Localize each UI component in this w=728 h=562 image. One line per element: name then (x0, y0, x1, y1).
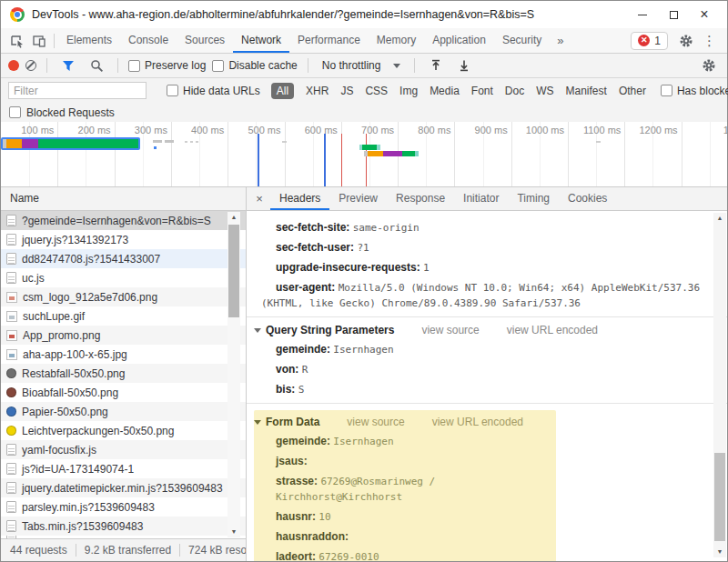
filter-input[interactable] (8, 82, 147, 99)
network-overview-timeline[interactable]: 100 ms200 ms300 ms400 ms500 ms600 ms700 … (1, 122, 727, 187)
request-row[interactable]: ?gemeinde=Isernhagen&von=R&bis=S (1, 211, 246, 230)
has-blocked-cookies-label: Has blocked cookies (677, 85, 728, 97)
filter-type-all[interactable]: All (271, 83, 294, 99)
clear-icon[interactable] (25, 60, 36, 71)
filter-type-media[interactable]: Media (430, 85, 460, 97)
request-row[interactable]: Tabs.min.js?1539609483 (1, 517, 246, 536)
tab-security[interactable]: Security (494, 28, 550, 53)
filter-type-css[interactable]: CSS (365, 85, 388, 97)
request-row[interactable] (1, 536, 246, 538)
request-row[interactable]: suchLupe.gif (1, 306, 246, 326)
param-value: R (302, 364, 308, 376)
request-row[interactable]: Bioabfall-50x50.png (1, 383, 246, 402)
tab-sources[interactable]: Sources (177, 28, 233, 53)
request-row[interactable]: uc.js (1, 268, 246, 287)
preserve-log-label: Preserve log (145, 59, 206, 72)
minimize-button[interactable] (627, 3, 658, 26)
request-row[interactable]: Restabfall-50x50.png (1, 364, 246, 383)
error-icon: ✕ (638, 35, 650, 46)
param-name: gemeinde: (276, 343, 333, 356)
detail-tab-timing[interactable]: Timing (508, 187, 559, 210)
filter-type-doc[interactable]: Doc (505, 85, 524, 97)
status-item: 724 kB resou (188, 544, 246, 557)
request-row[interactable]: jquery.js?1341392173 (1, 230, 246, 249)
file-script-icon (6, 253, 16, 265)
tab-memory[interactable]: Memory (369, 28, 424, 53)
request-row[interactable]: jquery.datetimepicker.min.js?1539609483 (1, 478, 246, 497)
form-data-section: Form Data view source view URL encoded g… (254, 410, 556, 561)
name-column-header[interactable]: Name (1, 187, 246, 211)
filter-toggle-button[interactable] (57, 55, 79, 76)
tab-console[interactable]: Console (120, 28, 177, 53)
scroll-up-icon[interactable]: ▲ (713, 213, 726, 224)
error-count-button[interactable]: ✕ 1 (631, 32, 668, 50)
filter-type-xhr[interactable]: XHR (306, 85, 329, 97)
detail-tab-cookies[interactable]: Cookies (559, 187, 616, 210)
more-tabs-button[interactable]: » (550, 34, 571, 47)
request-row[interactable]: yaml-focusfix.js (1, 440, 246, 459)
inspect-element-button[interactable] (6, 30, 28, 52)
tab-application[interactable]: Application (424, 28, 494, 53)
record-button[interactable] (8, 60, 19, 71)
search-button[interactable] (86, 55, 107, 76)
export-har-button[interactable] (453, 55, 475, 76)
detail-tab-preview[interactable]: Preview (329, 187, 387, 210)
close-button[interactable]: × (689, 3, 720, 26)
settings-button[interactable] (675, 30, 697, 52)
request-row[interactable]: Leichtverpackungen-50x50.png (1, 421, 246, 440)
tab-performance[interactable]: Performance (289, 28, 369, 53)
kebab-menu-button[interactable]: ⋮ (697, 33, 722, 49)
network-settings-button[interactable] (698, 55, 720, 76)
blocked-requests-checkbox[interactable] (9, 106, 21, 118)
device-toolbar-button[interactable] (28, 30, 50, 52)
maximize-button[interactable] (658, 3, 689, 26)
request-row[interactable]: aha-app-100-x-65.jpg (1, 345, 246, 364)
request-row[interactable]: App_promo.png (1, 326, 246, 345)
scroll-down-icon[interactable]: ▼ (228, 527, 240, 537)
filter-type-manifest[interactable]: Manifest (566, 85, 607, 97)
request-bar (596, 141, 601, 143)
request-row[interactable]: parsley.min.js?1539609483 (1, 497, 246, 517)
import-har-button[interactable] (425, 55, 447, 76)
view-source-link[interactable]: view source (421, 324, 479, 336)
detail-tab-headers[interactable]: Headers (270, 187, 329, 210)
scroll-down-icon[interactable]: ▼ (713, 547, 726, 557)
view-url-encoded-link[interactable]: view URL encoded (432, 416, 523, 428)
funnel-icon (62, 60, 75, 72)
close-detail-button[interactable]: × (248, 192, 270, 206)
time-tick-label: 600 ms (283, 125, 338, 135)
scroll-up-icon[interactable]: ▲ (228, 212, 240, 223)
filter-type-img[interactable]: Img (399, 85, 418, 97)
request-row[interactable]: js?id=UA-173149074-1 (1, 459, 246, 478)
tab-elements[interactable]: Elements (58, 28, 120, 53)
filter-type-other[interactable]: Other (619, 85, 646, 97)
scrollbar-thumb[interactable] (714, 453, 725, 541)
view-source-link[interactable]: view source (347, 416, 404, 428)
form-data-title: Form Data (266, 416, 319, 428)
request-list-scrollbar[interactable]: ▲▼ (228, 212, 240, 537)
scrollbar-thumb[interactable] (228, 225, 239, 317)
file-script-icon (6, 234, 16, 246)
detail-tab-initiator[interactable]: Initiator (454, 187, 508, 210)
request-row[interactable]: dd82474708.js?1541433007 (1, 249, 246, 268)
detail-tabs: HeadersPreviewResponseInitiatorTimingCoo… (270, 187, 616, 210)
view-url-encoded-link[interactable]: view URL encoded (507, 324, 598, 336)
filter-type-js[interactable]: JS (340, 85, 353, 97)
tab-network[interactable]: Network (233, 28, 289, 53)
throttling-select[interactable]: No throttling (318, 59, 405, 72)
collapse-triangle-icon[interactable] (254, 420, 261, 425)
filter-type-ws[interactable]: WS (536, 85, 553, 97)
collapse-triangle-icon[interactable] (254, 328, 261, 333)
disable-cache-label: Disable cache (228, 59, 297, 72)
detail-tab-response[interactable]: Response (387, 187, 454, 210)
preserve-log-checkbox[interactable] (128, 60, 140, 72)
devtools-tabbar: ElementsConsoleSourcesNetworkPerformance… (1, 28, 727, 54)
request-row[interactable]: csm_logo_912a5e7d06.png (1, 287, 246, 306)
request-row[interactable]: Papier-50x50.png (1, 402, 246, 421)
has-blocked-cookies-checkbox[interactable] (661, 85, 672, 96)
disable-cache-checkbox[interactable] (212, 60, 224, 72)
filter-type-font[interactable]: Font (471, 85, 493, 97)
window-title: DevTools - www.aha-region.de/abholtermin… (32, 8, 627, 21)
hide-data-urls-checkbox[interactable] (167, 85, 178, 96)
detail-scrollbar[interactable]: ▲ ▼ (713, 213, 726, 557)
